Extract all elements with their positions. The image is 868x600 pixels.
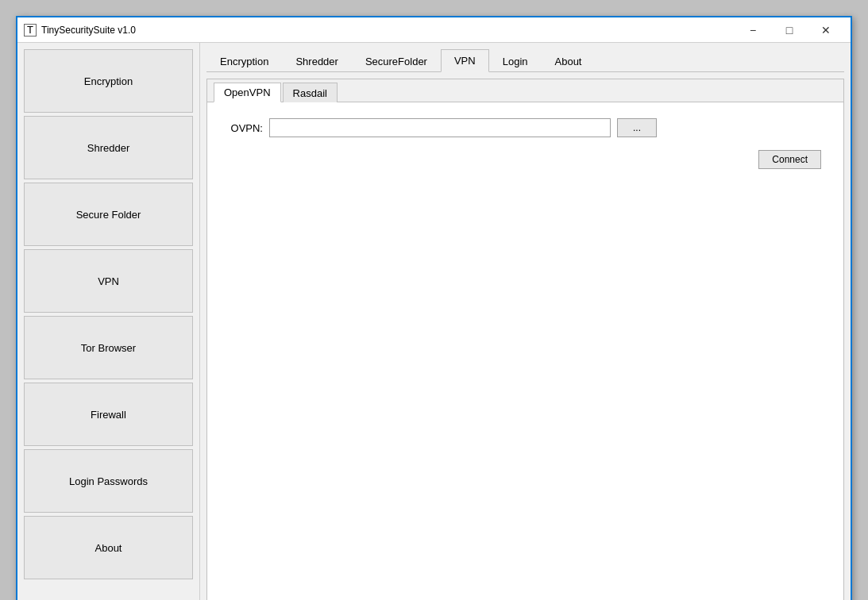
minimize-button[interactable]: −	[735, 21, 771, 40]
sidebar-item-login-passwords[interactable]: Login Passwords	[24, 449, 193, 513]
main-content: Encryption Shredder Secure Folder VPN To…	[17, 43, 851, 600]
tab-about[interactable]: About	[542, 49, 596, 72]
ovpn-row: OVPN: ...	[223, 118, 827, 137]
restore-button[interactable]: □	[771, 21, 808, 40]
sidebar-item-tor-browser[interactable]: Tor Browser	[24, 316, 193, 379]
browse-button[interactable]: ...	[617, 118, 657, 137]
vpn-panel: OpenVPN Rasdail OVPN: ... Connect	[206, 79, 844, 600]
sidebar-item-vpn[interactable]: VPN	[24, 249, 193, 313]
tab-encryption[interactable]: Encryption	[206, 49, 282, 72]
content-area: Encryption Shredder SecureFolder VPN Log…	[200, 43, 851, 600]
inner-tab-rasdail[interactable]: Rasdail	[283, 83, 338, 102]
sidebar-item-firewall[interactable]: Firewall	[24, 383, 193, 446]
titlebar: T TinySecuritySuite v1.0 − □ ✕	[17, 17, 851, 43]
tab-shredder[interactable]: Shredder	[282, 49, 351, 72]
titlebar-left: T TinySecuritySuite v1.0	[24, 24, 136, 37]
inner-tabs: OpenVPN Rasdail	[207, 79, 843, 102]
top-tabs: Encryption Shredder SecureFolder VPN Log…	[206, 49, 844, 72]
sidebar-item-secure-folder[interactable]: Secure Folder	[24, 183, 193, 246]
tab-login[interactable]: Login	[489, 49, 542, 72]
sidebar: Encryption Shredder Secure Folder VPN To…	[17, 43, 200, 600]
titlebar-controls: − □ ✕	[735, 21, 844, 40]
app-icon: T	[24, 24, 37, 37]
panel-body: OVPN: ... Connect	[207, 102, 843, 600]
close-button[interactable]: ✕	[808, 21, 844, 40]
tab-securefolder[interactable]: SecureFolder	[352, 49, 441, 72]
ovpn-input[interactable]	[269, 118, 611, 137]
tab-vpn[interactable]: VPN	[441, 49, 489, 72]
sidebar-item-about[interactable]: About	[24, 516, 193, 579]
sidebar-item-encryption[interactable]: Encryption	[24, 49, 193, 113]
ovpn-label: OVPN:	[223, 122, 263, 134]
app-window: T TinySecuritySuite v1.0 − □ ✕ Encryptio…	[16, 16, 852, 600]
titlebar-title: TinySecuritySuite v1.0	[41, 25, 136, 36]
app-icon-text: T	[27, 24, 33, 36]
inner-tab-openvpn[interactable]: OpenVPN	[214, 83, 281, 102]
sidebar-item-shredder[interactable]: Shredder	[24, 116, 193, 179]
connect-button[interactable]: Connect	[758, 150, 821, 169]
